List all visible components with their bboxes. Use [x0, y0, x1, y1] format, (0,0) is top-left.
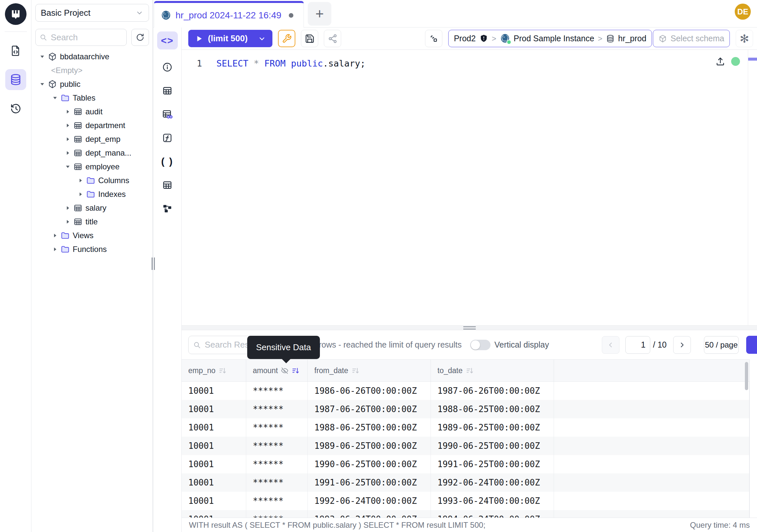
sidebar-resize-handle[interactable]	[152, 258, 155, 270]
page-number-input[interactable]	[625, 336, 650, 354]
code-icon: <>	[161, 35, 173, 46]
tree-item-dept-emp[interactable]: dept_emp	[31, 132, 153, 146]
next-page-button[interactable]	[673, 336, 691, 354]
schema-selector[interactable]: Select schema	[653, 30, 730, 47]
page-size-selector[interactable]: 50 / page	[704, 336, 739, 354]
panel-resize-handle[interactable]	[182, 325, 757, 330]
tree-item-tables[interactable]: Tables	[31, 91, 153, 105]
table-row[interactable]: 10001******1987-06-26T00:00:00Z1988-06-2…	[182, 400, 749, 418]
tree-item-label: public	[60, 79, 80, 89]
database-icon	[606, 34, 615, 43]
run-query-button[interactable]: (limit 500)	[188, 30, 272, 47]
batch-query-button[interactable]	[425, 30, 442, 47]
sidebar-item-history[interactable]	[5, 98, 26, 119]
caret-right-icon[interactable]	[64, 136, 71, 142]
sql-editor[interactable]: 1 SELECT * FROM public.salary;	[182, 50, 757, 325]
table-row[interactable]: 10001******1993-06-24T00:00:00Z1994-06-2…	[182, 510, 749, 517]
tree-item-salary[interactable]: salary	[31, 201, 153, 215]
table-icon	[73, 148, 82, 158]
database-label: hr_prod	[618, 34, 646, 43]
tree-item-title[interactable]: title	[31, 215, 153, 229]
save-button[interactable]	[301, 30, 318, 47]
format-sql-button[interactable]	[278, 30, 295, 47]
tab-hr-prod[interactable]: hr_prod 2024-11-22 16:49	[154, 1, 304, 27]
caret-right-icon[interactable]	[51, 233, 59, 238]
external-table-panel-button[interactable]	[153, 173, 181, 197]
caret-right-icon[interactable]	[64, 150, 71, 156]
share-button[interactable]	[324, 30, 341, 47]
sql-statement[interactable]: SELECT * FROM public.salary;	[216, 57, 365, 70]
table-scrollbar-thumb[interactable]	[745, 362, 748, 390]
tree-item-public[interactable]: public	[31, 77, 153, 91]
tree-item-employee[interactable]: employee	[31, 160, 153, 173]
caret-right-icon[interactable]	[64, 122, 71, 128]
tree-item-columns[interactable]: Columns	[31, 173, 153, 187]
sidebar-item-worksheet[interactable]	[5, 40, 26, 61]
column-header-amount[interactable]: amount	[246, 360, 308, 381]
vertical-display-toggle[interactable]	[470, 340, 491, 350]
tree-item-functions[interactable]: Functions	[31, 242, 153, 256]
code-panel-toggle[interactable]: <>	[157, 31, 178, 49]
sidebar-search[interactable]	[35, 29, 127, 46]
tree-item-audit[interactable]: audit	[31, 105, 153, 119]
procedure-panel-button[interactable]: ( )	[153, 150, 181, 173]
avatar[interactable]: DE	[735, 4, 751, 20]
tree-item-dept-manager[interactable]: dept_mana...	[31, 146, 153, 160]
column-header-to-date[interactable]: to_date	[431, 360, 554, 381]
table-row[interactable]: 10001******1989-06-25T00:00:00Z1990-06-2…	[182, 437, 749, 455]
table-row[interactable]: 10001******1990-06-25T00:00:00Z1991-06-2…	[182, 455, 749, 473]
caret-down-icon[interactable]	[39, 54, 46, 60]
column-header-emp-no[interactable]: emp_no	[182, 360, 246, 381]
tree-item-label: salary	[85, 203, 106, 213]
ai-assistant-button[interactable]: ✻	[736, 30, 753, 47]
upload-icon[interactable]	[715, 56, 725, 66]
table-panel-button[interactable]	[153, 79, 181, 103]
sidebar-item-database[interactable]	[5, 69, 26, 90]
project-selector[interactable]: Basic Project	[35, 4, 149, 22]
caret-down-icon[interactable]	[39, 81, 46, 87]
tree-item-views[interactable]: Views	[31, 229, 153, 242]
chevron-down-icon[interactable]	[258, 35, 266, 43]
refresh-button[interactable]	[131, 29, 149, 46]
prev-page-button[interactable]	[602, 336, 620, 354]
executed-statement: WITH result AS ( SELECT * FROM public.sa…	[189, 520, 486, 530]
history-icon	[10, 103, 22, 114]
editor-scrollbar-track[interactable]	[748, 50, 748, 325]
table-row[interactable]: 10001******1992-06-24T00:00:00Z1993-06-2…	[182, 492, 749, 510]
folder-icon	[86, 176, 95, 185]
code-line[interactable]: 1 SELECT * FROM public.salary;	[182, 57, 757, 70]
schema-diagram-button[interactable]	[153, 197, 181, 220]
sensitive-data-panel-button[interactable]	[153, 103, 181, 126]
sort-icon-active[interactable]	[291, 366, 300, 375]
caret-down-icon[interactable]	[51, 95, 59, 101]
caret-right-icon[interactable]	[64, 219, 71, 225]
project-selector-value: Basic Project	[41, 8, 91, 18]
sort-icon[interactable]	[218, 366, 227, 375]
info-button[interactable]	[153, 55, 181, 79]
new-tab-button[interactable]: +	[308, 2, 331, 25]
function-panel-button[interactable]	[153, 126, 181, 150]
export-button[interactable]	[746, 336, 757, 354]
bytebase-logo-icon[interactable]	[5, 3, 26, 25]
caret-right-icon[interactable]	[64, 109, 71, 115]
table-row[interactable]: 10001******1986-06-26T00:00:00Z1987-06-2…	[182, 382, 749, 400]
column-header-from-date[interactable]: from_date	[308, 360, 431, 381]
table-row[interactable]: 10001******1991-06-25T00:00:00Z1992-06-2…	[182, 473, 749, 492]
tree-item-department[interactable]: department	[31, 119, 153, 132]
caret-right-icon[interactable]	[77, 191, 84, 197]
sort-icon[interactable]	[466, 366, 474, 375]
connection-breadcrumb[interactable]: Prod2 > Prod Sample Instance > hr_prod	[448, 30, 652, 47]
caret-right-icon[interactable]	[64, 205, 71, 211]
caret-right-icon[interactable]	[77, 177, 84, 183]
tree-item-indexes[interactable]: Indexes	[31, 187, 153, 201]
caret-right-icon[interactable]	[51, 246, 59, 252]
tree-item-bbdataarchive[interactable]: bbdataarchive	[31, 50, 153, 64]
column-header-filler	[554, 360, 749, 381]
table-icon	[73, 203, 82, 213]
sidebar-search-input[interactable]	[50, 32, 122, 43]
sort-icon[interactable]	[351, 366, 359, 375]
worksheet-code-icon	[10, 45, 22, 57]
table-row[interactable]: 10001******1988-06-25T00:00:00Z1989-06-2…	[182, 418, 749, 437]
caret-down-icon[interactable]	[64, 164, 71, 170]
er-diagram-icon	[162, 203, 172, 214]
